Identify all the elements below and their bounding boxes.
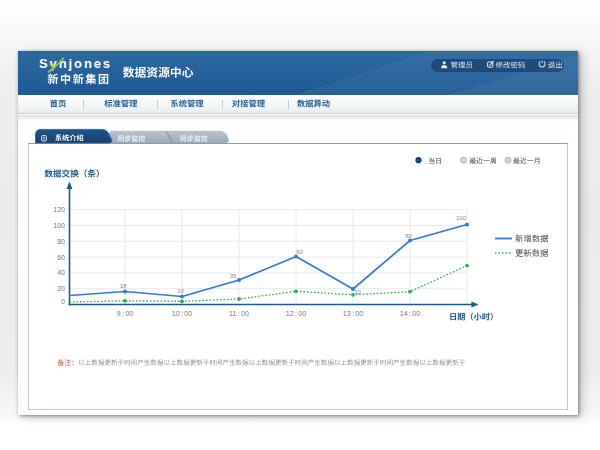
svg-text:11 : 00: 11 : 00 <box>229 310 249 317</box>
svg-text:100: 100 <box>456 215 467 221</box>
svg-text:9 : 00: 9 : 00 <box>117 310 134 317</box>
svg-text:40: 40 <box>57 269 65 276</box>
svg-text:18: 18 <box>120 283 127 289</box>
svg-text:60: 60 <box>296 249 303 255</box>
svg-text:14 : 00: 14 : 00 <box>400 310 420 317</box>
svg-text:0: 0 <box>61 298 65 305</box>
svg-text:20: 20 <box>57 285 65 292</box>
svg-text:10: 10 <box>177 288 184 294</box>
svg-text:10: 10 <box>354 289 361 295</box>
svg-text:80: 80 <box>57 238 65 245</box>
svg-text:80: 80 <box>405 233 412 239</box>
svg-text:35: 35 <box>230 273 237 279</box>
svg-text:60: 60 <box>57 254 65 261</box>
svg-text:13 : 00: 13 : 00 <box>343 310 363 317</box>
svg-text:12 : 00: 12 : 00 <box>286 310 306 317</box>
svg-text:10 : 00: 10 : 00 <box>172 310 192 317</box>
svg-text:100: 100 <box>53 222 65 229</box>
svg-text:120: 120 <box>53 206 65 213</box>
